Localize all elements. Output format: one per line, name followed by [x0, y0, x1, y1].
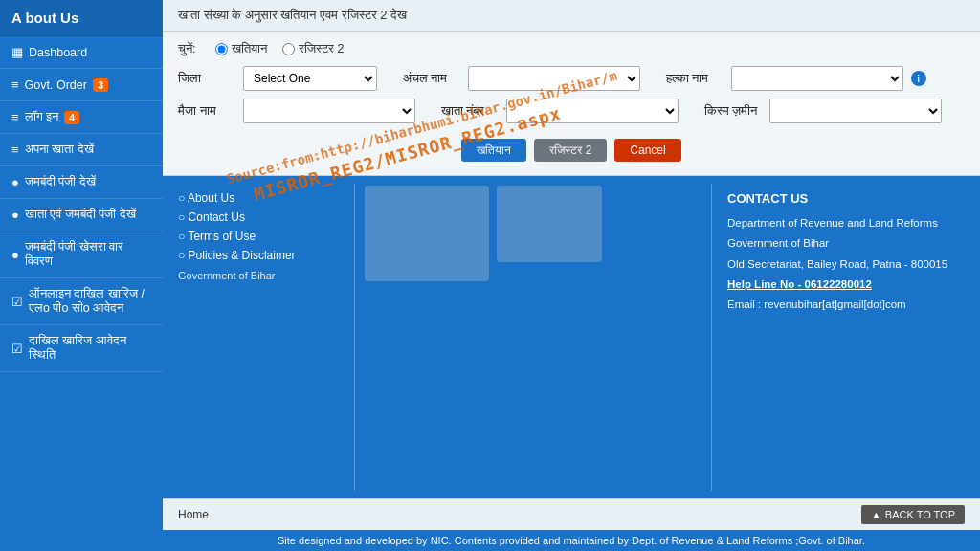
form-row-1: जिला Select One अंचल नाम हल्का नाम i — [178, 66, 965, 91]
select-halka[interactable] — [731, 66, 903, 91]
radio-register2[interactable]: रजिस्टर 2 — [282, 41, 345, 56]
sidebar-label-jamabandi: जमबंदी पंजी देखें — [25, 175, 96, 189]
label-mauja: मैजा नाम — [178, 103, 235, 119]
form-row-2: मैजा नाम खाता नंबर किस्म ज़मीन — [178, 99, 965, 123]
contact-address: Old Secretariat, Bailey Road, Patna - 80… — [727, 256, 965, 273]
main-content: खाता संख्या के अनुसार खतियान एवम रजिस्टर… — [163, 0, 980, 551]
label-kism: किस्म ज़मीन — [704, 103, 762, 119]
sidebar-item-khasra[interactable]: ● जमबंदी पंजी खेसरा वार विवरण — [0, 231, 163, 278]
radio-khatian-label: खतियान — [232, 41, 267, 56]
login-badge: 4 — [64, 111, 79, 124]
sidebar-item-govt-order[interactable]: ≡ Govt. Order 3 — [0, 69, 163, 101]
form-area: चुनें: खतियान रजिस्टर 2 जिला Select One … — [163, 32, 980, 176]
status-icon: ☑ — [11, 342, 23, 356]
select-anchal[interactable] — [468, 66, 640, 91]
label-khata: खाता नंबर — [441, 103, 499, 119]
contact-sub-org: Government of Bihar — [727, 235, 965, 252]
dakhil-icon: ☑ — [11, 295, 23, 309]
select-mauja[interactable] — [243, 99, 415, 123]
select-khata[interactable] — [506, 99, 679, 123]
sidebar-label-dakhil: ऑनलाइन दाखिल खारिज / एलo पीo सीo आवेदन — [29, 287, 151, 316]
radio-register2-input[interactable] — [282, 43, 295, 55]
home-link[interactable]: Home — [178, 508, 209, 521]
footer-link-terms[interactable]: Terms of Use — [178, 230, 339, 243]
footer-link-policies[interactable]: Policies & Disclaimer — [178, 249, 339, 262]
contact-email: Email : revenubihar[at]gmail[dot]com — [727, 297, 965, 313]
footer-gov-label: Government of Bihar — [178, 270, 339, 281]
select-jila[interactable]: Select One — [243, 66, 377, 91]
sidebar-label-dashboard: Dashboard — [29, 46, 87, 59]
sidebar-label-khasra: जमबंदी पंजी खेसरा वार विवरण — [25, 240, 151, 269]
triangle-up-icon: ▲ — [871, 509, 881, 520]
sidebar-item-jamabandi[interactable]: ● जमबंदी पंजी देखें — [0, 166, 163, 199]
page-title: खाता संख्या के अनुसार खतियान एवम रजिस्टर… — [178, 8, 407, 22]
select-kism[interactable] — [769, 99, 942, 123]
sidebar-label-account: अपना खाता देखें — [25, 143, 94, 157]
sidebar-item-online-dakhil[interactable]: ☑ ऑनलाइन दाखिल खारिज / एलo पीo सीo आवेदन — [0, 278, 163, 325]
jamabandi-icon: ● — [11, 175, 19, 189]
khasra-icon: ● — [11, 248, 19, 262]
info-icon[interactable]: i — [911, 71, 926, 86]
sidebar-item-account[interactable]: ≡ अपना खाता देखें — [0, 134, 163, 166]
btn-register2[interactable]: रजिस्टर 2 — [534, 139, 607, 162]
radio-khatian-input[interactable] — [215, 43, 228, 55]
footer-map-image — [365, 186, 489, 281]
btn-cancel[interactable]: Cancel — [614, 139, 680, 162]
sidebar-item-dashboard[interactable]: ▦ Dashboard — [0, 36, 163, 69]
radio-row-label: चुनें: — [178, 41, 196, 56]
label-anchal: अंचल नाम — [403, 71, 460, 86]
radio-khatian[interactable]: खतियान — [215, 41, 267, 56]
site-footer: Site designed and developed by NIC. Cont… — [163, 530, 980, 551]
footer-link-contact[interactable]: Contact Us — [178, 210, 339, 224]
login-icon: ≡ — [11, 110, 19, 124]
footer-link-about[interactable]: About Us — [178, 191, 339, 205]
back-to-top-button[interactable]: ▲ BACK TO TOP — [861, 505, 965, 524]
sidebar: A bout Us ▦ Dashboard ≡ Govt. Order 3 ≡ … — [0, 0, 163, 551]
radio-row: चुनें: खतियान रजिस्टर 2 — [178, 41, 965, 56]
sidebar-header: A bout Us — [0, 0, 163, 36]
contact-helpline[interactable]: Help Line No - 06122280012 — [727, 276, 965, 293]
sidebar-item-dakhil-status[interactable]: ☑ दाखिल खारिज आवेदन स्थिति — [0, 325, 163, 372]
footer-links: About Us Contact Us Terms of Use Policie… — [163, 176, 354, 498]
btn-khatian[interactable]: खतियान — [461, 139, 526, 162]
footer-contact: CONTACT US Department of Revenue and Lan… — [712, 176, 980, 498]
button-row: खतियान रजिस्टर 2 Cancel — [178, 131, 965, 165]
page-header: खाता संख्या के अनुसार खतियान एवम रजिस्टर… — [163, 0, 980, 32]
label-halka: हल्का नाम — [666, 71, 724, 86]
footer-section: About Us Contact Us Terms of Use Policie… — [163, 176, 980, 498]
bottom-bar: Home ▲ BACK TO TOP — [163, 498, 980, 530]
contact-heading: CONTACT US — [727, 191, 965, 206]
footer-map-area — [355, 176, 711, 498]
site-footer-text: Site designed and developed by NIC. Cont… — [278, 535, 865, 546]
sidebar-label-khata-jamabandi: खाता एवं जमबंदी पंजी देखें — [25, 208, 136, 222]
radio-register2-label: रजिस्टर 2 — [299, 41, 345, 56]
sidebar-label-status: दाखिल खारिज आवेदन स्थिति — [29, 334, 151, 363]
contact-org: Department of Revenue and Land Reforms — [727, 215, 965, 231]
dashboard-icon: ▦ — [11, 45, 23, 59]
govt-order-icon: ≡ — [11, 77, 19, 92]
sidebar-label-govt-order: Govt. Order — [25, 78, 87, 92]
account-icon: ≡ — [11, 143, 19, 157]
govt-order-badge: 3 — [93, 78, 108, 92]
footer-logo-image — [497, 186, 602, 262]
label-jila: जिला — [178, 71, 235, 86]
khata-icon: ● — [11, 208, 19, 222]
sidebar-label-login: लॉग इन — [25, 110, 58, 124]
sidebar-item-khata-jamabandi[interactable]: ● खाता एवं जमबंदी पंजी देखें — [0, 199, 163, 231]
sidebar-item-login[interactable]: ≡ लॉग इन 4 — [0, 101, 163, 134]
back-to-top-label: BACK TO TOP — [885, 509, 955, 520]
